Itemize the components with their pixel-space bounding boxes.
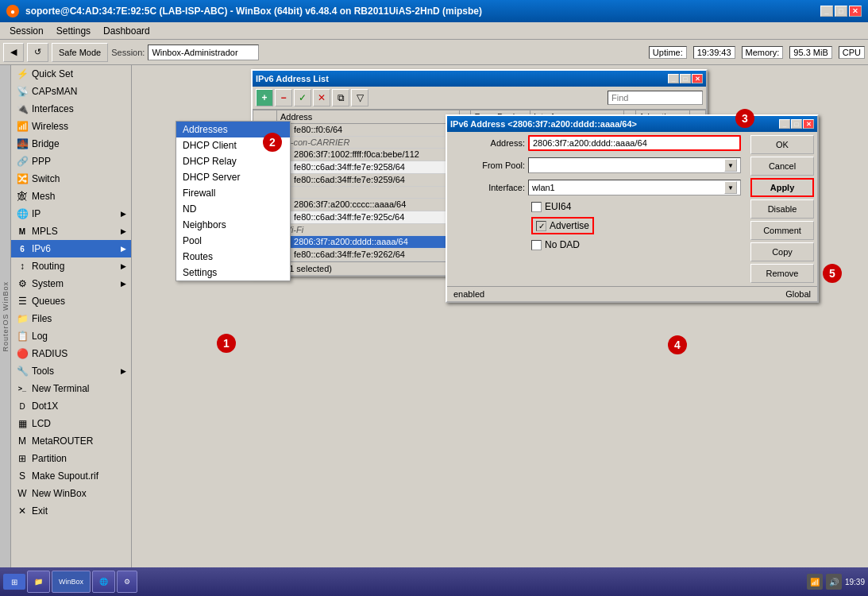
sidebar-label-tools: Tools	[32, 366, 54, 377]
sidebar-item-partition[interactable]: ⊞ Partition	[11, 450, 131, 467]
ipv6-list-minimize[interactable]: _	[668, 74, 679, 83]
dot1x-icon: D	[16, 400, 29, 412]
content-area: IPv6 Address List _ □ ✕ + − ✓ ✕ ⧉ ▽	[132, 65, 868, 596]
ok-button[interactable]: OK	[750, 135, 814, 154]
menu-session[interactable]: Session	[3, 24, 50, 38]
sidebar-item-ip[interactable]: 🌐 IP ▶	[11, 205, 131, 223]
sidebar-item-switch[interactable]: 🔀 Switch	[11, 170, 131, 188]
menu-item-dhcp-relay[interactable]: DHCP Relay	[176, 153, 290, 169]
menu-item-settings[interactable]: Settings	[176, 265, 290, 281]
menu-item-pool[interactable]: Pool	[176, 233, 290, 249]
eui64-checkbox[interactable]	[531, 202, 542, 212]
comment-button[interactable]: Comment	[750, 221, 814, 240]
copy-button[interactable]: ⧉	[332, 89, 349, 106]
sidebar-label-switch: Switch	[32, 173, 60, 184]
sidebar-item-log[interactable]: 📋 Log	[11, 327, 131, 345]
sidebar-item-lcd[interactable]: ▦ LCD	[11, 415, 131, 432]
menu-item-routes[interactable]: Routes	[176, 249, 290, 265]
session-input[interactable]	[148, 45, 259, 60]
sidebar-label-lcd: LCD	[32, 418, 51, 429]
sidebar-item-dot1x[interactable]: D Dot1X	[11, 397, 131, 415]
taskbar-explorer[interactable]: 📁	[27, 571, 50, 593]
files-icon: 📁	[16, 312, 29, 325]
sidebar-item-queues[interactable]: ☰ Queues	[11, 292, 131, 310]
sidebar-item-wireless[interactable]: 📶 Wireless	[11, 118, 131, 135]
radius-icon: 🔴	[16, 347, 29, 360]
disable-button[interactable]: ✕	[313, 89, 330, 106]
no-dad-checkbox[interactable]	[531, 240, 542, 250]
ipv6-list-close[interactable]: ✕	[692, 74, 703, 83]
find-input[interactable]	[608, 91, 703, 105]
refresh-button[interactable]: ↺	[27, 43, 48, 62]
detail-minimize[interactable]: _	[779, 119, 790, 129]
sidebar-item-system[interactable]: ⚙ System ▶	[11, 275, 131, 292]
sidebar-label-files: Files	[32, 313, 52, 324]
minimize-button[interactable]: _	[820, 6, 833, 17]
back-button[interactable]: ◀	[3, 43, 24, 62]
interface-arrow[interactable]: ▼	[724, 181, 737, 194]
interface-combo[interactable]: wlan1 ▼	[528, 180, 741, 195]
sidebar-item-metarouter[interactable]: M MetaROUTER	[11, 432, 131, 450]
advertise-checkbox[interactable]: ✓	[536, 221, 546, 231]
sidebar-item-radius[interactable]: 🔴 RADIUS	[11, 345, 131, 362]
from-pool-row: From Pool: ▼	[447, 154, 747, 176]
detail-close[interactable]: ✕	[803, 119, 814, 129]
menu-item-nd[interactable]: ND	[176, 201, 290, 217]
detail-form: Address: From Pool: ▼ Interface: wlan	[447, 132, 747, 286]
address-input[interactable]	[528, 135, 741, 151]
sidebar-item-new-winbox[interactable]: W New WinBox	[11, 485, 131, 502]
sidebar-item-bridge[interactable]: 🌉 Bridge	[11, 135, 131, 153]
taskbar-winbox[interactable]: WinBox	[52, 571, 91, 593]
sidebar-item-exit[interactable]: ✕ Exit	[11, 502, 131, 520]
ipv6-list-maximize[interactable]: □	[680, 74, 691, 83]
sidebar-item-ipv6[interactable]: 6 IPv6 ▶	[11, 240, 131, 257]
sidebar-item-make-supout[interactable]: S Make Supout.rif	[11, 467, 131, 485]
sidebar-label-exit: Exit	[32, 505, 48, 517]
routing-icon: ↕	[16, 260, 29, 273]
sidebar-label-log: Log	[32, 331, 48, 342]
sidebar-label-capsman: CAPsMAN	[32, 86, 77, 97]
apply-button[interactable]: Apply	[750, 178, 814, 197]
ip-arrow-icon: ▶	[121, 210, 126, 218]
maximize-button[interactable]: □	[835, 6, 847, 17]
safe-mode-button[interactable]: Safe Mode	[52, 43, 108, 62]
sidebar-item-interfaces[interactable]: 🔌 Interfaces	[11, 100, 131, 118]
tools-arrow-icon: ▶	[121, 367, 126, 375]
from-pool-combo[interactable]: ▼	[528, 157, 741, 173]
disable-button[interactable]: Disable	[750, 199, 814, 219]
taskbar-settings[interactable]: ⚙	[117, 571, 137, 593]
taskbar-start[interactable]: ⊞	[3, 574, 25, 590]
filter-button[interactable]: ▽	[351, 89, 368, 106]
remove-button[interactable]: −	[275, 89, 292, 106]
sidebar-item-mpls[interactable]: M MPLS ▶	[11, 223, 131, 240]
menu-item-dhcp-server[interactable]: DHCP Server	[176, 169, 290, 185]
menu-dashboard[interactable]: Dashboard	[97, 24, 156, 38]
ipv6-list-toolbar: + − ✓ ✕ ⧉ ▽	[253, 87, 706, 110]
sidebar-item-quick-set[interactable]: ⚡ Quick Set	[11, 65, 131, 83]
sidebar-item-files[interactable]: 📁 Files	[11, 310, 131, 327]
sidebar-label-radius: RADIUS	[32, 348, 68, 359]
detail-maximize[interactable]: □	[791, 119, 802, 129]
menu-item-firewall[interactable]: Firewall	[176, 185, 290, 201]
sidebar-item-capsman[interactable]: 📡 CAPsMAN	[11, 83, 131, 100]
from-pool-arrow[interactable]: ▼	[724, 159, 737, 172]
mesh-icon: 🕸	[16, 190, 29, 203]
copy-detail-button[interactable]: Copy	[750, 242, 814, 261]
menu-settings[interactable]: Settings	[50, 24, 97, 38]
badge-5: 5	[823, 264, 842, 283]
add-button[interactable]: +	[256, 89, 273, 106]
supout-icon: S	[16, 470, 29, 482]
sidebar-item-routing[interactable]: ↕ Routing ▶	[11, 257, 131, 275]
close-button[interactable]: ✕	[849, 6, 862, 17]
remove-button[interactable]: Remove	[750, 264, 814, 283]
system-arrow-icon: ▶	[121, 280, 126, 288]
taskbar-chrome[interactable]: 🌐	[92, 571, 115, 593]
sidebar-item-ppp[interactable]: 🔗 PPP	[11, 153, 131, 170]
sidebar-item-new-terminal[interactable]: >_ New Terminal	[11, 380, 131, 397]
cancel-button[interactable]: Cancel	[750, 157, 814, 176]
enable-button[interactable]: ✓	[294, 89, 311, 106]
sidebar-item-mesh[interactable]: 🕸 Mesh	[11, 188, 131, 205]
menu-item-neighbors[interactable]: Neighbors	[176, 217, 290, 233]
no-dad-label: No DAD	[545, 239, 580, 250]
sidebar-item-tools[interactable]: 🔧 Tools ▶	[11, 362, 131, 380]
